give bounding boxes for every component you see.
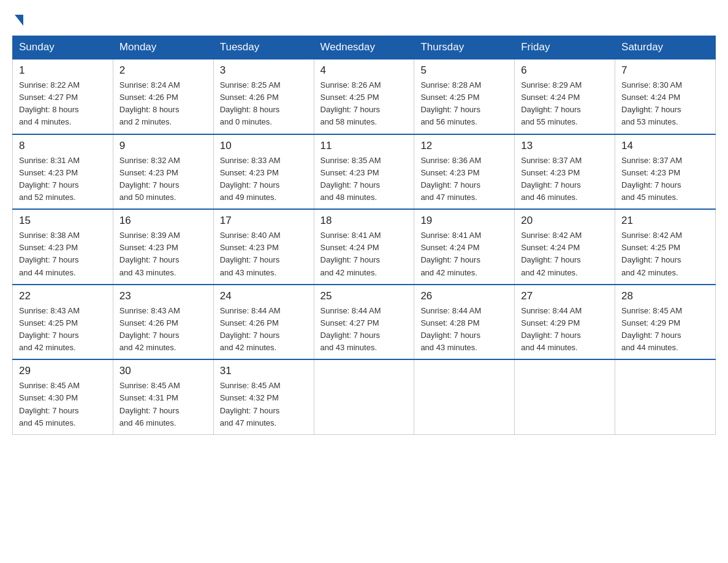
calendar-weekday-header: Friday: [515, 36, 615, 59]
calendar-day-cell: 22 Sunrise: 8:43 AMSunset: 4:25 PMDaylig…: [13, 285, 113, 360]
page-header: [12, 12, 716, 23]
calendar-day-cell: 15 Sunrise: 8:38 AMSunset: 4:23 PMDaylig…: [13, 209, 113, 285]
day-number: 23: [119, 290, 207, 302]
day-info: Sunrise: 8:33 AMSunset: 4:23 PMDaylight:…: [220, 155, 308, 204]
day-info: Sunrise: 8:32 AMSunset: 4:23 PMDaylight:…: [119, 155, 207, 204]
calendar-day-cell: 13 Sunrise: 8:37 AMSunset: 4:23 PMDaylig…: [515, 134, 615, 210]
day-info: Sunrise: 8:45 AMSunset: 4:31 PMDaylight:…: [119, 380, 207, 429]
calendar-day-cell: 9 Sunrise: 8:32 AMSunset: 4:23 PMDayligh…: [113, 134, 213, 210]
calendar-day-cell: [515, 359, 615, 434]
calendar-weekday-header: Wednesday: [314, 36, 414, 59]
day-number: 4: [320, 64, 408, 77]
calendar-day-cell: 12 Sunrise: 8:36 AMSunset: 4:23 PMDaylig…: [414, 134, 515, 210]
day-number: 22: [19, 290, 107, 302]
day-info: Sunrise: 8:44 AMSunset: 4:29 PMDaylight:…: [521, 305, 609, 354]
day-number: 12: [420, 140, 508, 152]
day-number: 19: [420, 215, 508, 227]
calendar-weekday-header: Tuesday: [213, 36, 314, 59]
calendar-week-row: 8 Sunrise: 8:31 AMSunset: 4:23 PMDayligh…: [13, 134, 716, 210]
day-info: Sunrise: 8:36 AMSunset: 4:23 PMDaylight:…: [420, 155, 508, 204]
day-info: Sunrise: 8:43 AMSunset: 4:25 PMDaylight:…: [19, 305, 107, 354]
day-info: Sunrise: 8:41 AMSunset: 4:24 PMDaylight:…: [420, 229, 508, 279]
day-info: Sunrise: 8:42 AMSunset: 4:24 PMDaylight:…: [521, 229, 609, 279]
day-info: Sunrise: 8:37 AMSunset: 4:23 PMDaylight:…: [621, 155, 709, 204]
day-info: Sunrise: 8:44 AMSunset: 4:27 PMDaylight:…: [320, 305, 408, 354]
day-info: Sunrise: 8:24 AMSunset: 4:26 PMDaylight:…: [119, 79, 207, 129]
logo: [12, 12, 23, 23]
day-number: 2: [119, 64, 207, 77]
day-info: Sunrise: 8:39 AMSunset: 4:23 PMDaylight:…: [119, 229, 207, 279]
day-info: Sunrise: 8:45 AMSunset: 4:30 PMDaylight:…: [19, 380, 107, 429]
day-info: Sunrise: 8:42 AMSunset: 4:25 PMDaylight:…: [621, 229, 709, 279]
calendar-weekday-header: Monday: [113, 36, 213, 59]
calendar-day-cell: 25 Sunrise: 8:44 AMSunset: 4:27 PMDaylig…: [314, 285, 414, 360]
day-number: 5: [420, 64, 508, 77]
calendar-week-row: 22 Sunrise: 8:43 AMSunset: 4:25 PMDaylig…: [13, 285, 716, 360]
day-info: Sunrise: 8:44 AMSunset: 4:28 PMDaylight:…: [420, 305, 508, 354]
day-number: 29: [19, 365, 107, 377]
day-info: Sunrise: 8:44 AMSunset: 4:26 PMDaylight:…: [220, 305, 308, 354]
day-info: Sunrise: 8:28 AMSunset: 4:25 PMDaylight:…: [420, 79, 508, 129]
day-number: 16: [119, 215, 207, 227]
calendar-day-cell: 18 Sunrise: 8:41 AMSunset: 4:24 PMDaylig…: [314, 209, 414, 285]
day-number: 31: [220, 365, 308, 377]
calendar-day-cell: 24 Sunrise: 8:44 AMSunset: 4:26 PMDaylig…: [213, 285, 314, 360]
day-info: Sunrise: 8:30 AMSunset: 4:24 PMDaylight:…: [621, 79, 709, 129]
calendar-day-cell: 4 Sunrise: 8:26 AMSunset: 4:25 PMDayligh…: [314, 59, 414, 134]
calendar-day-cell: 27 Sunrise: 8:44 AMSunset: 4:29 PMDaylig…: [515, 285, 615, 360]
day-info: Sunrise: 8:29 AMSunset: 4:24 PMDaylight:…: [521, 79, 609, 129]
day-info: Sunrise: 8:45 AMSunset: 4:29 PMDaylight:…: [621, 305, 709, 354]
day-number: 30: [119, 365, 207, 377]
day-info: Sunrise: 8:22 AMSunset: 4:27 PMDaylight:…: [19, 79, 107, 129]
calendar-day-cell: 7 Sunrise: 8:30 AMSunset: 4:24 PMDayligh…: [615, 59, 716, 134]
calendar-day-cell: 11 Sunrise: 8:35 AMSunset: 4:23 PMDaylig…: [314, 134, 414, 210]
day-number: 13: [521, 140, 609, 152]
calendar-table: SundayMondayTuesdayWednesdayThursdayFrid…: [12, 36, 716, 435]
day-number: 11: [320, 140, 408, 152]
calendar-day-cell: 20 Sunrise: 8:42 AMSunset: 4:24 PMDaylig…: [515, 209, 615, 285]
day-number: 17: [220, 215, 308, 227]
day-info: Sunrise: 8:26 AMSunset: 4:25 PMDaylight:…: [320, 79, 408, 129]
day-number: 10: [220, 140, 308, 152]
day-info: Sunrise: 8:37 AMSunset: 4:23 PMDaylight:…: [521, 155, 609, 204]
day-info: Sunrise: 8:45 AMSunset: 4:32 PMDaylight:…: [220, 380, 308, 429]
calendar-day-cell: 8 Sunrise: 8:31 AMSunset: 4:23 PMDayligh…: [13, 134, 113, 210]
calendar-day-cell: 14 Sunrise: 8:37 AMSunset: 4:23 PMDaylig…: [615, 134, 716, 210]
day-info: Sunrise: 8:41 AMSunset: 4:24 PMDaylight:…: [320, 229, 408, 279]
calendar-day-cell: 5 Sunrise: 8:28 AMSunset: 4:25 PMDayligh…: [414, 59, 515, 134]
day-info: Sunrise: 8:38 AMSunset: 4:23 PMDaylight:…: [19, 229, 107, 279]
day-info: Sunrise: 8:40 AMSunset: 4:23 PMDaylight:…: [220, 229, 308, 279]
day-number: 18: [320, 215, 408, 227]
day-number: 8: [19, 140, 107, 152]
day-number: 1: [19, 64, 107, 77]
day-number: 3: [220, 64, 308, 77]
calendar-header-row: SundayMondayTuesdayWednesdayThursdayFrid…: [13, 36, 716, 59]
day-number: 15: [19, 215, 107, 227]
logo-general-text: [12, 12, 23, 26]
calendar-day-cell: 2 Sunrise: 8:24 AMSunset: 4:26 PMDayligh…: [113, 59, 213, 134]
calendar-day-cell: 30 Sunrise: 8:45 AMSunset: 4:31 PMDaylig…: [113, 359, 213, 434]
calendar-day-cell: 1 Sunrise: 8:22 AMSunset: 4:27 PMDayligh…: [13, 59, 113, 134]
day-number: 28: [621, 290, 709, 302]
calendar-week-row: 1 Sunrise: 8:22 AMSunset: 4:27 PMDayligh…: [13, 59, 716, 134]
day-number: 21: [621, 215, 709, 227]
calendar-day-cell: [314, 359, 414, 434]
day-number: 24: [220, 290, 308, 302]
calendar-day-cell: 21 Sunrise: 8:42 AMSunset: 4:25 PMDaylig…: [615, 209, 716, 285]
calendar-day-cell: [615, 359, 716, 434]
day-number: 14: [621, 140, 709, 152]
calendar-day-cell: 26 Sunrise: 8:44 AMSunset: 4:28 PMDaylig…: [414, 285, 515, 360]
day-info: Sunrise: 8:25 AMSunset: 4:26 PMDaylight:…: [220, 79, 308, 129]
calendar-day-cell: 28 Sunrise: 8:45 AMSunset: 4:29 PMDaylig…: [615, 285, 716, 360]
calendar-day-cell: 19 Sunrise: 8:41 AMSunset: 4:24 PMDaylig…: [414, 209, 515, 285]
calendar-day-cell: 16 Sunrise: 8:39 AMSunset: 4:23 PMDaylig…: [113, 209, 213, 285]
logo-arrow-icon: [15, 15, 23, 26]
day-number: 26: [420, 290, 508, 302]
calendar-day-cell: 31 Sunrise: 8:45 AMSunset: 4:32 PMDaylig…: [213, 359, 314, 434]
calendar-day-cell: 17 Sunrise: 8:40 AMSunset: 4:23 PMDaylig…: [213, 209, 314, 285]
day-number: 7: [621, 64, 709, 77]
calendar-week-row: 15 Sunrise: 8:38 AMSunset: 4:23 PMDaylig…: [13, 209, 716, 285]
day-number: 25: [320, 290, 408, 302]
day-info: Sunrise: 8:43 AMSunset: 4:26 PMDaylight:…: [119, 305, 207, 354]
calendar-weekday-header: Thursday: [414, 36, 515, 59]
